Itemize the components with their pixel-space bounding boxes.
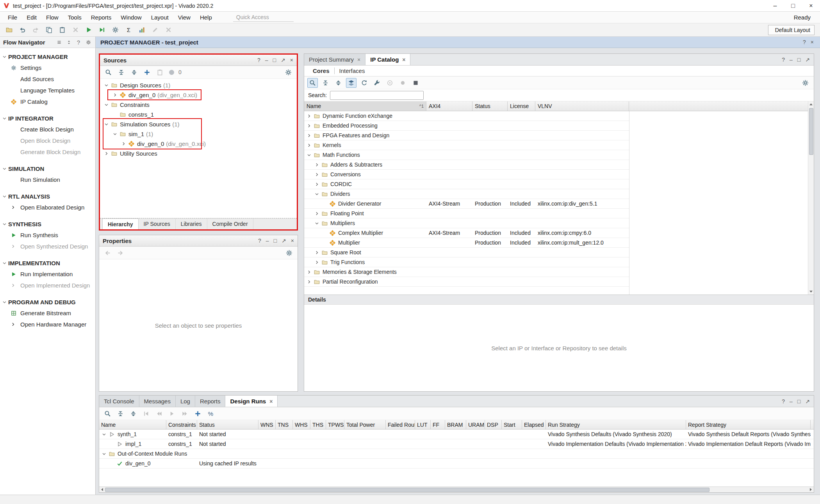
flow-item-open-hardware-manager[interactable]: Open Hardware Manager	[0, 319, 95, 330]
column-header-license[interactable]: License	[508, 101, 535, 111]
collapse-all-icon[interactable]	[320, 78, 331, 88]
ip-row-square-root[interactable]: Square Root	[304, 248, 629, 257]
menu-help[interactable]: Help	[195, 12, 217, 23]
settings-icon[interactable]	[800, 78, 811, 88]
chevron-right-icon[interactable]	[306, 114, 312, 118]
close-tab-icon[interactable]: ×	[402, 57, 405, 63]
report-chart-icon[interactable]	[137, 25, 147, 35]
previous-step-icon[interactable]	[154, 409, 164, 419]
search-icon[interactable]	[102, 409, 113, 419]
percent-icon[interactable]: %	[205, 409, 216, 419]
column-header-total-power[interactable]: Total Power	[344, 420, 386, 429]
column-header-ff[interactable]: FF	[431, 420, 445, 429]
ip-row-trig-functions[interactable]: Trig Functions	[304, 257, 629, 267]
source-item-sim-1[interactable]: sim_1(1)	[100, 129, 297, 139]
menu-reports[interactable]: Reports	[86, 12, 116, 23]
maximize-icon[interactable]: ↗	[805, 399, 810, 404]
search-icon[interactable]	[307, 78, 318, 88]
flow-section-implementation[interactable]: IMPLEMENTATION	[0, 257, 95, 268]
run-row-synth-1[interactable]: synth_1constrs_1Not startedVivado Synthe…	[99, 429, 814, 439]
column-header-elapsed[interactable]: Elapsed	[522, 420, 546, 429]
column-header-tpws[interactable]: TPWS	[326, 420, 344, 429]
chevron-down-icon[interactable]	[314, 221, 320, 225]
help-icon[interactable]: ?	[803, 39, 806, 45]
run-steps-icon[interactable]	[97, 25, 107, 35]
source-item-constraints[interactable]: Constraints	[100, 100, 297, 110]
vertical-scrollbar[interactable]	[808, 101, 814, 295]
scroll-up-button[interactable]	[808, 101, 814, 107]
tab-ip-catalog[interactable]: IP Catalog×	[365, 54, 410, 65]
delete-icon[interactable]	[70, 25, 81, 35]
close-icon[interactable]: ×	[811, 39, 814, 45]
flow-item-run-simulation[interactable]: Run Simulation	[0, 174, 95, 185]
expand-all-icon[interactable]	[129, 67, 139, 77]
column-header-run-strategy[interactable]: Run Strategy	[546, 420, 686, 429]
chevron-right-icon[interactable]	[306, 280, 312, 284]
source-item-constrs-1[interactable]: constrs_1	[100, 110, 297, 119]
help-icon[interactable]: ?	[782, 399, 785, 404]
menu-file[interactable]: File	[3, 12, 22, 23]
source-item-div-gen-0[interactable]: div_gen_0(div_gen_0.xci)	[100, 90, 297, 100]
layout-selector[interactable]: Default Layout	[768, 25, 815, 35]
chevron-right-icon[interactable]	[314, 211, 320, 216]
scroll-to-selected-icon[interactable]	[155, 67, 165, 77]
chevron-right-icon[interactable]	[314, 260, 320, 264]
scroll-right-button[interactable]	[808, 487, 814, 492]
run-step-icon[interactable]	[167, 409, 177, 419]
chevron-down-icon[interactable]	[112, 132, 118, 136]
edit-icon[interactable]	[150, 25, 160, 35]
ip-row-adders-subtracters[interactable]: Adders & Subtracters	[304, 160, 629, 170]
menu-view[interactable]: View	[173, 12, 195, 23]
flow-section-synthesis[interactable]: SYNTHESIS	[0, 218, 95, 229]
chevron-down-icon[interactable]	[101, 432, 107, 437]
column-header-status[interactable]: Status	[197, 420, 258, 429]
paste-icon[interactable]	[57, 25, 68, 35]
chevron-right-icon[interactable]	[120, 142, 127, 146]
flow-item-add-sources[interactable]: Add Sources	[0, 73, 95, 85]
subtab-cores[interactable]: Cores	[308, 67, 334, 74]
tab-design-runs[interactable]: Design Runs×	[225, 396, 278, 407]
ip-row-divider-generator[interactable]: Divider GeneratorAXI4-StreamProductionIn…	[304, 199, 629, 209]
close-icon[interactable]: ×	[291, 238, 294, 243]
minimize-icon[interactable]: –	[266, 238, 269, 243]
flow-item-run-synthesis[interactable]: Run Synthesis	[0, 229, 95, 241]
ip-row-dynamic-function-exchange[interactable]: Dynamic Function eXchange	[304, 111, 629, 121]
float-icon[interactable]: □	[797, 57, 800, 62]
column-header-uram[interactable]: URAM	[466, 420, 485, 429]
expand-collapse-icon[interactable]	[65, 38, 73, 46]
column-header-name[interactable]: Name	[99, 420, 166, 429]
ip-search-input[interactable]	[330, 91, 424, 100]
column-header-ths[interactable]: THS	[310, 420, 326, 429]
ip-row-fpga-features-and-design[interactable]: FPGA Features and Design	[304, 131, 629, 140]
column-header-whs[interactable]: WHS	[293, 420, 310, 429]
tab-reports[interactable]: Reports	[195, 396, 226, 407]
source-item-simulation-sources[interactable]: Simulation Sources(1)	[100, 119, 297, 129]
help-icon[interactable]: ?	[782, 57, 785, 62]
maximize-button[interactable]: □	[784, 0, 802, 11]
float-icon[interactable]: □	[273, 57, 276, 63]
undo-icon[interactable]	[17, 25, 28, 35]
ip-status-icon[interactable]	[398, 78, 408, 88]
source-item-utility-sources[interactable]: Utility Sources	[100, 149, 297, 158]
flow-item-language-templates[interactable]: Language Templates	[0, 85, 95, 96]
flow-item-open-elaborated-design[interactable]: Open Elaborated Design	[0, 202, 95, 213]
float-icon[interactable]: □	[797, 399, 800, 404]
maximize-icon[interactable]: ↗	[281, 57, 285, 63]
sources-tab-ip-sources[interactable]: IP Sources	[139, 218, 176, 229]
maximize-icon[interactable]: ↗	[805, 57, 810, 62]
column-header-start[interactable]: Start	[502, 420, 522, 429]
forward-icon[interactable]	[115, 248, 126, 258]
settings-gear-icon[interactable]	[110, 25, 121, 35]
chevron-down-icon[interactable]	[103, 103, 110, 107]
menu-tools[interactable]: Tools	[63, 12, 86, 23]
run-row-out-of-context-module-runs[interactable]: Out-of-Context Module Runs	[99, 449, 814, 459]
close-tab-icon[interactable]: ×	[269, 398, 273, 405]
ip-row-floating-point[interactable]: Floating Point	[304, 209, 629, 218]
tab-messages[interactable]: Messages	[139, 396, 176, 407]
collapse-all-icon[interactable]	[115, 409, 126, 419]
minimize-icon[interactable]: –	[265, 57, 268, 63]
chevron-right-icon[interactable]	[103, 151, 110, 156]
quick-access-search[interactable]: Quick Access	[233, 13, 294, 22]
ip-row-kernels[interactable]: Kernels	[304, 140, 629, 150]
chevron-down-icon[interactable]	[103, 122, 110, 126]
